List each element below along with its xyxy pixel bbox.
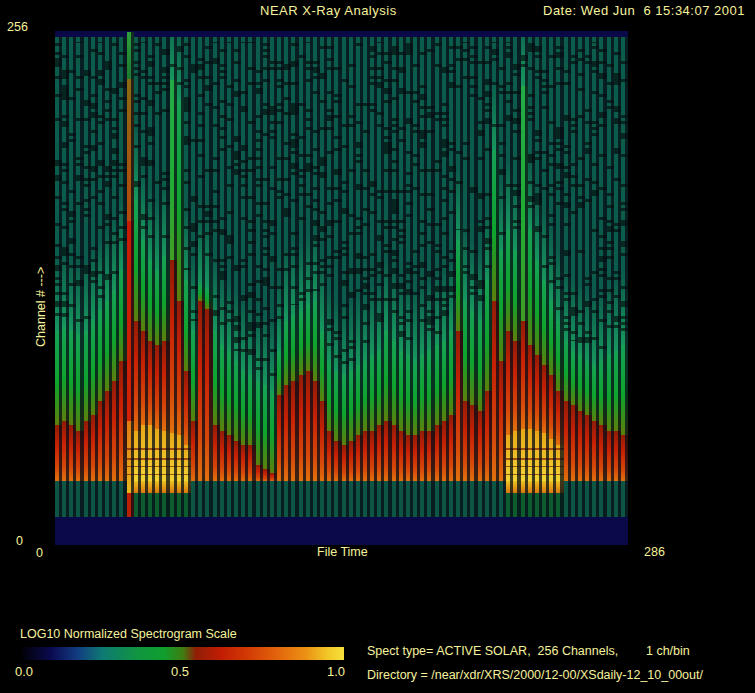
colorbar-tick-0: 0.0 (15, 665, 33, 679)
y-axis-label: Channel # ---> (34, 145, 48, 347)
spect-type-info: Spect type= ACTIVE SOLAR, 256 Channels, … (367, 644, 690, 658)
x-axis-label: File Time (317, 545, 368, 559)
y-axis-min-tick: 0 (16, 534, 23, 548)
y-axis-max-tick: 256 (7, 20, 28, 34)
near-xray-analysis-window: NEAR X-Ray Analysis Date: Wed Jun 6 15:3… (0, 0, 755, 693)
directory-info: Directory = /near/xdr/XRS/2000/12-00/XSd… (367, 668, 703, 682)
spectrogram-canvas (55, 31, 628, 545)
date-label: Date: Wed Jun 6 15:34:07 2001 (543, 4, 745, 18)
colorbar-tick-1: 1.0 (327, 665, 345, 679)
colorbar-label: LOG10 Normalized Spectrogram Scale (20, 627, 237, 641)
x-axis-max-tick: 286 (644, 545, 665, 559)
colorbar-gradient (22, 647, 344, 660)
page-title: NEAR X-Ray Analysis (260, 4, 397, 18)
x-axis-min-tick: 0 (36, 546, 43, 560)
colorbar-tick-05: 0.5 (171, 665, 189, 679)
